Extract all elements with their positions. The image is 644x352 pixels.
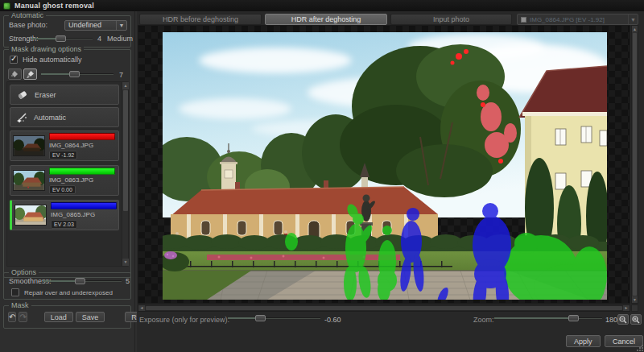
automatic-tool-item[interactable]: Automatic xyxy=(10,107,119,127)
photo-filename: IMG_0863.JPG xyxy=(49,176,115,184)
input-photo-select[interactable]: IMG_0864.JPG [EV -1.92] ▼ xyxy=(517,14,638,25)
smoothness-slider-handle[interactable] xyxy=(75,278,85,284)
mask-drawing-group: Mask drawing options Hide automatically xyxy=(3,49,131,278)
zoom-label: Zoom: xyxy=(473,316,494,324)
eraser-icon xyxy=(17,90,28,100)
mask-group-title: Mask xyxy=(9,301,31,309)
mask-group: Mask ↶ ↷ Load Save Reset xyxy=(3,305,131,329)
undo-icon: ↶ xyxy=(9,313,15,321)
exposure-slider[interactable] xyxy=(228,313,320,323)
canvas-horizontal-scrollbar[interactable]: ◄ ► xyxy=(138,304,630,312)
scroll-down-icon[interactable]: ▼ xyxy=(122,259,129,266)
exposure-slider-handle[interactable] xyxy=(255,315,266,321)
scroll-right-icon[interactable]: ► xyxy=(623,305,630,311)
window-title: Manual ghost removal xyxy=(14,2,94,10)
exposure-value: -0.60 xyxy=(324,316,341,324)
smoothness-slider[interactable] xyxy=(43,276,122,286)
automatic-group: Automatic Base photo: Undefined ▼ Streng… xyxy=(3,15,131,48)
photo-item-img-0863[interactable]: IMG_0863.JPG EV 0.00 xyxy=(10,165,119,196)
undo-button[interactable]: ↶ xyxy=(8,312,16,322)
scroll-down-icon[interactable]: ▼ xyxy=(632,296,638,303)
mask-color-bar-red xyxy=(49,133,115,140)
repair-label: Repair over and underexposed xyxy=(24,289,113,296)
strength-slider-handle[interactable] xyxy=(56,35,66,42)
ev-badge: EV -1.92 xyxy=(49,151,77,159)
ev-badge: EV 2.03 xyxy=(51,220,77,229)
sidebar: Automatic Base photo: Undefined ▼ Streng… xyxy=(0,11,135,352)
photo-item-img-0865[interactable]: IMG_0865.JPG EV 2.03 xyxy=(10,200,119,230)
brush-size-slider[interactable] xyxy=(41,69,114,79)
base-photo-select[interactable]: Undefined ▼ xyxy=(64,20,127,31)
scroll-up-icon[interactable]: ▲ xyxy=(632,26,638,32)
manual-ghost-removal-dialog: Manual ghost removal Automatic Base phot… xyxy=(0,0,644,352)
brush-icon xyxy=(26,70,35,79)
ev-badge: EV 0.00 xyxy=(49,185,76,194)
hide-automatically-checkbox[interactable] xyxy=(10,56,18,64)
base-photo-label: Base photo: xyxy=(9,21,47,29)
window-resize-grip[interactable] xyxy=(637,345,643,351)
input-photo-select-value: IMG_0864.JPG [EV -1.92] xyxy=(530,16,625,23)
scroll-up-icon[interactable]: ▲ xyxy=(122,82,129,89)
apply-button[interactable]: Apply xyxy=(566,335,601,347)
mask-drawing-group-title: Mask drawing options xyxy=(9,45,84,53)
strength-level: Medium xyxy=(107,35,133,43)
scrollbar-thumb[interactable] xyxy=(633,33,637,296)
brush-size-value: 7 xyxy=(119,71,123,79)
mask-tools-list: Eraser Automatic xyxy=(6,81,129,267)
photo-thumbnail xyxy=(13,170,45,191)
automatic-group-title: Automatic xyxy=(9,11,46,19)
load-mask-button[interactable]: Load xyxy=(44,312,73,322)
photo-swatch-icon xyxy=(521,17,526,23)
magnifier-plus-icon xyxy=(632,316,640,324)
preview-controls-bar: Exposure (only for preview): -0.60 Zoom:… xyxy=(137,313,644,329)
scrollbar-thumb[interactable] xyxy=(146,306,622,310)
mask-color-bar-blue xyxy=(51,202,117,209)
paint-bucket-icon xyxy=(10,70,19,78)
exposure-label: Exposure (only for preview): xyxy=(139,316,229,324)
options-group: Options Smoothness: 5 Repair over and un… xyxy=(3,272,131,300)
save-mask-button[interactable]: Save xyxy=(76,312,105,322)
strength-slider[interactable] xyxy=(31,34,93,43)
preview-canvas[interactable] xyxy=(138,25,630,304)
smoothness-value: 5 xyxy=(126,277,130,285)
magnifier-minus-icon xyxy=(619,316,627,324)
photo-thumbnail xyxy=(13,135,45,156)
main-area: HDR before deghosting HDR after deghosti… xyxy=(137,11,644,352)
zoom-in-button[interactable] xyxy=(630,314,642,325)
hide-automatically-label: Hide automatically xyxy=(23,56,82,64)
action-bar: Apply Cancel xyxy=(137,333,644,352)
mask-list-scrollbar[interactable]: ▲ ▼ xyxy=(122,82,128,266)
canvas-vertical-scrollbar[interactable]: ▲ ▼ xyxy=(631,25,638,304)
zoom-slider[interactable] xyxy=(494,313,602,323)
tab-hdr-before-deghosting[interactable]: HDR before deghosting xyxy=(139,14,262,25)
redo-button[interactable]: ↷ xyxy=(19,312,27,322)
photo-filename: IMG_0865.JPG xyxy=(51,211,116,218)
brush-size-slider-handle[interactable] xyxy=(69,71,80,77)
base-photo-value: Undefined xyxy=(65,21,116,29)
redo-icon: ↷ xyxy=(19,313,26,321)
scrollbar-thumb[interactable] xyxy=(123,90,128,211)
automatic-label: Automatic xyxy=(34,114,66,122)
chevron-down-icon: ▼ xyxy=(116,21,126,30)
tab-hdr-after-deghosting[interactable]: HDR after deghosting xyxy=(265,14,387,25)
tab-input-photo[interactable]: Input photo xyxy=(390,14,512,25)
magic-wand-icon xyxy=(17,112,27,122)
strength-value: 4 xyxy=(97,35,101,43)
hdr-preview-image[interactable] xyxy=(163,32,607,300)
zoom-slider-handle[interactable] xyxy=(568,315,579,321)
brush-tool-button[interactable] xyxy=(23,68,37,80)
eraser-tool-item[interactable]: Eraser xyxy=(10,85,119,105)
zoom-out-button[interactable] xyxy=(617,314,629,325)
mask-color-bar-green xyxy=(49,168,115,175)
photo-filename: IMG_0864.JPG xyxy=(49,142,115,149)
options-group-title: Options xyxy=(9,268,39,276)
canvas-resize-grip[interactable] xyxy=(631,304,638,312)
fill-tool-button[interactable] xyxy=(8,68,22,80)
photo-item-img-0864[interactable]: IMG_0864.JPG EV -1.92 xyxy=(10,130,119,161)
photo-thumbnail xyxy=(14,205,47,226)
repair-checkbox[interactable] xyxy=(11,288,19,296)
titlebar: Manual ghost removal xyxy=(0,0,644,11)
app-icon xyxy=(3,2,10,10)
chevron-down-icon: ▼ xyxy=(628,14,638,24)
scroll-left-icon[interactable]: ◄ xyxy=(138,305,145,311)
